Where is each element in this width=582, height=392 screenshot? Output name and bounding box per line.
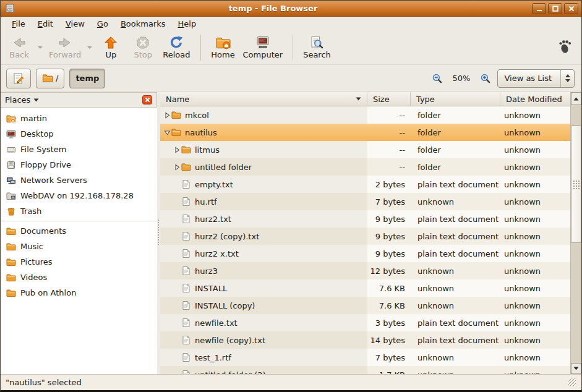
menu-bookmarks[interactable]: Bookmarks bbox=[114, 18, 172, 30]
sidebar-item-videos[interactable]: Videos bbox=[1, 270, 157, 285]
column-header-name[interactable]: Name bbox=[160, 92, 367, 106]
table-row[interactable]: hu.rtf7 bytesunknownunknown bbox=[160, 193, 570, 210]
cell-size: -- bbox=[367, 106, 411, 124]
table-row[interactable]: nautilus--folderunknown bbox=[160, 124, 570, 141]
sidebar-close-button[interactable] bbox=[142, 95, 152, 104]
indent-spacer bbox=[163, 340, 173, 341]
table-row[interactable]: litmus--folderunknown bbox=[160, 141, 570, 158]
cell-date-modified: unknown bbox=[500, 366, 570, 374]
sidebar-item-network-servers[interactable]: Network Servers bbox=[1, 173, 157, 188]
location-bar: / temp 50% View as List bbox=[1, 65, 581, 92]
sidebar-item-trash[interactable]: Trash bbox=[1, 203, 157, 219]
sidebar-item-martin[interactable]: martin bbox=[1, 111, 157, 126]
file-name: mkcol bbox=[185, 111, 209, 120]
path-root-button[interactable]: / bbox=[36, 69, 64, 88]
sidebar-item-music[interactable]: Music bbox=[1, 239, 157, 254]
table-row[interactable]: INSTALL (copy)7.6 KBunknownunknown bbox=[160, 297, 570, 314]
cell-type: plain text document bbox=[411, 314, 500, 331]
menu-file[interactable]: File bbox=[6, 18, 32, 30]
cell-name: hurz3 bbox=[160, 262, 367, 279]
cell-date-modified: unknown bbox=[500, 124, 570, 141]
scrollbar-thumb[interactable] bbox=[571, 126, 581, 243]
scroll-down-button[interactable] bbox=[571, 363, 581, 374]
reload-button[interactable]: Reload bbox=[159, 32, 194, 63]
expander-closed-icon[interactable] bbox=[173, 147, 181, 153]
sidebar-item-file-system[interactable]: File System bbox=[1, 142, 157, 157]
home-button[interactable]: Home bbox=[207, 32, 239, 63]
pane-resize-handle[interactable] bbox=[157, 92, 160, 374]
table-row[interactable]: newfile (copy).txt14 bytesplain text doc… bbox=[160, 331, 570, 349]
file-name: newfile.txt bbox=[195, 318, 238, 328]
scroll-up-button[interactable] bbox=[571, 92, 581, 105]
expander-closed-icon[interactable] bbox=[173, 164, 181, 171]
folder-icon bbox=[171, 127, 181, 137]
expander-open-icon[interactable] bbox=[163, 129, 171, 136]
up-arrow-icon bbox=[103, 35, 118, 50]
table-row[interactable]: hurz312 bytesunknownunknown bbox=[160, 262, 570, 279]
edit-location-button[interactable] bbox=[6, 69, 31, 88]
table-row[interactable]: untitled folder (2)1.7 KBunknownunknown bbox=[160, 366, 570, 374]
expander-closed-icon[interactable] bbox=[163, 112, 171, 119]
indent-spacer bbox=[163, 184, 173, 185]
sidebar-item-floppy-drive[interactable]: Floppy Drive bbox=[1, 157, 157, 173]
table-row[interactable]: hurz2.txt9 bytesplain text documentunkno… bbox=[160, 210, 570, 228]
sidebar-title[interactable]: Places bbox=[5, 95, 30, 104]
menu-view[interactable]: View bbox=[59, 18, 91, 30]
table-row[interactable]: test_1.rtf7 bytesunknownunknown bbox=[160, 349, 570, 366]
column-header-size[interactable]: Size bbox=[367, 92, 411, 106]
folder-icon bbox=[171, 110, 181, 120]
path-current-button[interactable]: temp bbox=[69, 69, 105, 88]
menu-edit[interactable]: Edit bbox=[32, 18, 59, 30]
file-name: test_1.rtf bbox=[195, 353, 231, 362]
titlebar[interactable]: temp - File Browser bbox=[1, 1, 581, 17]
file-name: nautilus bbox=[185, 128, 217, 137]
arrow-up-icon bbox=[573, 97, 579, 101]
table-row[interactable]: untitled folder--folderunknown bbox=[160, 158, 570, 176]
sidebar-item-label: Documents bbox=[20, 226, 66, 236]
text-file-icon bbox=[181, 318, 191, 328]
sidebar-item-desktop[interactable]: Desktop bbox=[1, 126, 157, 142]
cell-name: newfile.txt bbox=[160, 314, 367, 331]
cell-type: unknown bbox=[411, 349, 500, 366]
zoom-in-button[interactable] bbox=[479, 72, 492, 85]
sidebar-list: martinDesktopFile SystemFloppy DriveNetw… bbox=[1, 108, 157, 374]
column-header-date-modified[interactable]: Date Modified bbox=[500, 92, 570, 106]
table-row[interactable]: hurz2 (copy).txt9 bytesplain text docume… bbox=[160, 228, 570, 245]
file-name: INSTALL (copy) bbox=[195, 301, 255, 310]
chevron-up-icon bbox=[565, 74, 570, 77]
sidebar-header: Places bbox=[1, 92, 157, 108]
sidebar-item-label: martin bbox=[20, 114, 47, 123]
zoom-out-button[interactable] bbox=[430, 72, 444, 85]
menu-go[interactable]: Go bbox=[91, 18, 114, 30]
sidebar-item-pictures[interactable]: Pictures bbox=[1, 254, 157, 270]
up-button[interactable]: Up bbox=[95, 32, 127, 63]
table-row[interactable]: hurz2 x.txt9 bytesplain text documentunk… bbox=[160, 245, 570, 262]
back-arrow-icon bbox=[12, 35, 27, 50]
view-selector[interactable]: View as List bbox=[497, 69, 575, 88]
table-row[interactable]: newfile.txt3 bytesplain text documentunk… bbox=[160, 314, 570, 331]
cell-size: 12 bytes bbox=[367, 262, 411, 279]
chevron-down-icon bbox=[33, 98, 39, 102]
text-file-icon bbox=[181, 335, 191, 345]
scrollbar-track[interactable] bbox=[571, 105, 581, 363]
table-row[interactable]: INSTALL7.6 KBunknownunknown bbox=[160, 279, 570, 297]
table-row[interactable]: empty.txt2 bytesplain text documentunkno… bbox=[160, 176, 570, 193]
sidebar-item-webdav-on-192-168-178-28[interactable]: WebDAV on 192.168.178.28 bbox=[1, 188, 157, 203]
indent-spacer bbox=[163, 150, 173, 150]
resize-grip-icon[interactable] bbox=[568, 378, 576, 386]
sidebar-item-documents[interactable]: Documents bbox=[1, 223, 157, 239]
menu-help[interactable]: Help bbox=[172, 18, 203, 30]
minimize-button[interactable] bbox=[532, 3, 546, 14]
maximize-button[interactable] bbox=[548, 3, 562, 14]
cell-date-modified: unknown bbox=[500, 210, 570, 228]
column-header-type[interactable]: Type bbox=[411, 92, 500, 106]
computer-button[interactable]: Computer bbox=[239, 32, 287, 63]
close-button[interactable] bbox=[564, 3, 578, 14]
desktop-icon bbox=[6, 129, 16, 139]
back-history-dropdown bbox=[35, 32, 45, 63]
file-manager-icon bbox=[4, 3, 16, 14]
cell-date-modified: unknown bbox=[500, 314, 570, 331]
table-row[interactable]: mkcol--folderunknown bbox=[160, 106, 570, 124]
search-button[interactable]: Search bbox=[299, 32, 335, 63]
sidebar-item-pub-on-athlon[interactable]: Pub on Athlon bbox=[1, 285, 157, 300]
